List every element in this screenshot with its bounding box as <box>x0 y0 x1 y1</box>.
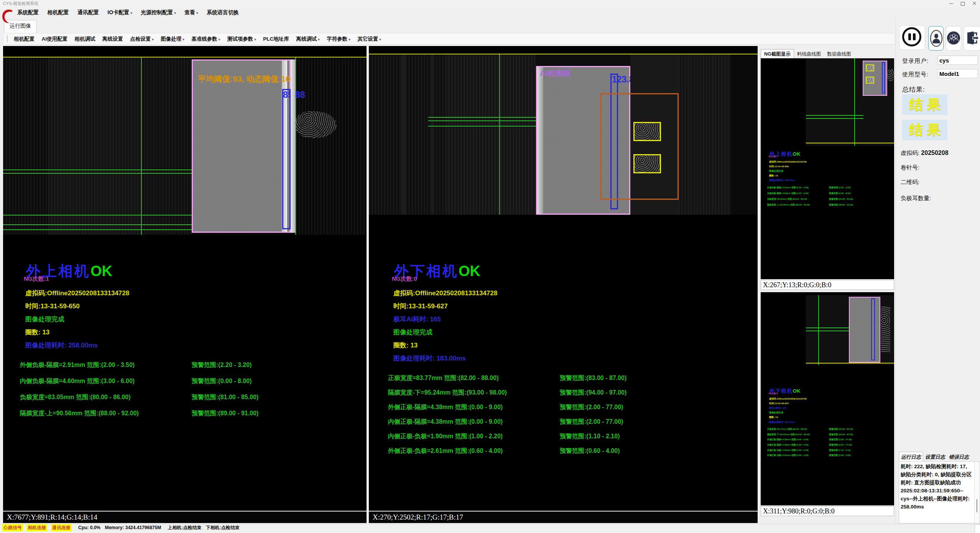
ai-region-box <box>192 59 291 233</box>
coords-readout-upper: X:7677;Y:891;R:14;G:14;B:14 <box>3 512 367 523</box>
memory-usage-text: Memory: 3424.41796875M <box>105 525 161 530</box>
info-line: 图像处理完成 <box>25 315 367 324</box>
minimize-icon <box>949 3 953 4</box>
tab-strip: 运行图像 <box>0 17 980 33</box>
measurement-row: 内侧正极-负极=1.90mm 范围:(1.00 - 2.20)预警范围:(1.1… <box>388 433 739 441</box>
camera-view-upper[interactable]: 平均阈值:93, 动态阈值:100 85.88 外上相机OK NG次数:1 虚拟… <box>3 46 367 511</box>
tool-offline-setting[interactable]: 离线设置 <box>100 35 126 43</box>
tab-ng-screenshot[interactable]: NG截图显示 <box>761 49 794 58</box>
camera-image-upper: 平均阈值:93, 动态阈值:100 85.88 <box>3 57 367 235</box>
virtual-code-field: 虚拟码: 20250208 <box>901 150 949 157</box>
window-title: CYS-视觉检测系统 <box>3 1 38 7</box>
tool-other-settings[interactable]: 其它设置 <box>355 35 384 43</box>
electrode-tab-blob <box>296 111 336 138</box>
chevron-down-icon <box>183 36 184 42</box>
threshold-overlay-text: 平均阈值:93, 动态阈值:100 <box>198 74 294 84</box>
info-line: 图像处理耗时: 183.00ms <box>393 354 739 363</box>
tab-data-curve[interactable]: 数据曲线图 <box>824 49 854 58</box>
menu-item-camera-config[interactable]: 相机配置 <box>44 8 72 17</box>
resize-grip[interactable] <box>975 525 980 533</box>
tab-detect-box <box>633 154 661 173</box>
close-button[interactable] <box>968 0 980 7</box>
measurement-row: 外侧正极-隔膜=4.38mm 范围:(0.00 - 9.00)预警范围:(2.0… <box>388 403 739 411</box>
menu-item-view[interactable]: 查看 <box>181 8 202 17</box>
info-line: 时间:13-31-59-650 <box>25 302 367 311</box>
pause-button[interactable] <box>899 25 925 50</box>
tool-ai-use-config[interactable]: AI使用配置 <box>39 35 70 43</box>
preview-panel-lower[interactable]: 外下相机OK NG次数:0 虚拟码:Offline202502081331347… <box>761 292 894 505</box>
info-line: 时间:13-31-59-627 <box>393 302 739 311</box>
camera-view-lower[interactable]: AI检测框 123.88 外下相机OK NG次数:0 虚拟码:Offline20… <box>369 46 758 511</box>
maximize-button[interactable] <box>957 0 968 7</box>
login-user-value[interactable]: cys <box>937 56 978 65</box>
preview-panel-upper[interactable]: 外上相机OK NG次数:1 虚拟码:Offline202502081331347… <box>761 58 894 279</box>
status-bar: 心跳信号 相机连接 通讯连接 Cpu: 0.0% Memory: 3424.41… <box>0 524 980 533</box>
exit-button[interactable] <box>964 26 980 51</box>
pause-icon <box>902 27 921 46</box>
measurement-row: 外侧正极-负极=2.61mm 范围:(0.60 - 4.00)预警范围:(0.6… <box>388 447 739 455</box>
user-management-button[interactable] <box>946 26 961 51</box>
defect-region-box <box>600 93 679 200</box>
tool-char-params[interactable]: 字符参数 <box>324 35 353 43</box>
info-line: 圈数: 13 <box>25 328 367 337</box>
tab-line-curve[interactable]: 料线曲线图 <box>794 49 824 58</box>
current-user-button[interactable] <box>928 26 944 51</box>
tab-error-log[interactable]: 错误日志 <box>947 452 971 461</box>
camera-report-lower: 外下相机OK NG次数:0 虚拟码:Offline202502081331347… <box>383 264 739 462</box>
measurement-row: 隔膜宽度-下=95.24mm 范围:(93.00 - 98.00)预警范围:(9… <box>388 389 739 397</box>
chevron-down-icon <box>174 9 176 15</box>
minimize-button[interactable] <box>945 0 957 7</box>
measurement-row: 负极宽度=83.05mm 范围:(80.00 - 86.00)预警范围:(81.… <box>20 393 367 401</box>
measurement-row: 隔膜宽度-上=90.56mm 范围:(88.00 - 92.00)预警范围:(8… <box>20 410 367 418</box>
camera-image-lower: AI检测框 123.88 <box>369 54 758 215</box>
tool-camera-debug[interactable]: 相机调试 <box>72 35 98 43</box>
exit-door-icon <box>966 31 979 44</box>
result-box-upper: 结果 <box>902 94 947 115</box>
tool-image-process[interactable]: 图像处理 <box>158 35 187 43</box>
comm-connect-badge: 通讯连接 <box>51 524 72 531</box>
tab-settings-log[interactable]: 设置日志 <box>923 452 947 461</box>
menu-item-io-card-config[interactable]: IO卡配置 <box>104 8 135 17</box>
chevron-down-icon <box>152 36 154 42</box>
tool-test-params[interactable]: 测试项参数 <box>225 35 259 43</box>
menu-item-language-switch[interactable]: 系统语言切换 <box>203 8 242 17</box>
log-content-box[interactable]: 耗时: 222, 缺陷检测耗时: 17, 缺陷分类耗时: 0, 缺陷提取分区耗时… <box>899 461 980 523</box>
overlay-yellow-line <box>369 54 758 54</box>
chevron-down-icon <box>196 9 198 15</box>
log-scrollbar[interactable] <box>974 462 980 523</box>
preview-coords-upper: X:267;Y:13;R:0;G:0;B:0 <box>761 280 894 290</box>
heartbeat-signal-badge: 心跳信号 <box>2 524 23 531</box>
log-text: 耗时: 222, 缺陷检测耗时: 17, 缺陷分类耗时: 0, 缺陷提取分区耗时… <box>901 463 972 511</box>
app-logo <box>1 8 13 24</box>
mini-report-lower: 外下相机OK NG次数:0 虚拟码:Offline202502081331347… <box>765 388 894 459</box>
measurement-row: 内侧负极-隔膜=4.60mm 范围:(3.00 - 6.00)预警范围:(0.0… <box>20 377 367 385</box>
anode-tab-count-field: 负极耳数量: <box>901 195 931 202</box>
menu-item-light-control[interactable]: 光源控制配置 <box>137 8 179 17</box>
menu-item-comm-config[interactable]: 通讯配置 <box>74 8 102 17</box>
app-window: CYS-视觉检测系统 系统配置 相机配置 通讯配置 IO卡配置 光源控制配置 查… <box>0 0 980 533</box>
tool-plc-address[interactable]: PLC地址库 <box>260 35 292 43</box>
info-line: 虚拟码:Offline20250208133134728 <box>25 289 367 298</box>
login-user-label: 登录用户: <box>902 58 929 65</box>
tab-run-log[interactable]: 运行日志 <box>899 452 923 461</box>
total-result-label: 总结果: <box>902 85 925 94</box>
lower-camera-status: 下相机:点检结束 <box>206 525 240 531</box>
tool-baseline-params[interactable]: 基准线参数 <box>189 35 223 43</box>
chevron-down-icon <box>254 36 256 42</box>
preview-coords-lower: X:311;Y:980;R:0;G:0;B:0 <box>761 506 894 516</box>
mini-report-upper: 外上相机OK NG次数:1 虚拟码:Offline202502081331347… <box>765 151 894 209</box>
title-bar: CYS-视觉检测系统 <box>0 0 980 7</box>
model-value[interactable]: Model1 <box>937 69 978 78</box>
toolbar: 相机配置 AI使用配置 相机调试 离线设置 点检设置 图像处理 基准线参数 测试… <box>3 33 895 44</box>
chevron-down-icon <box>219 36 220 42</box>
info-line: 极耳AI耗时: 165 <box>393 315 739 324</box>
menu-bar: 系统配置 相机配置 通讯配置 IO卡配置 光源控制配置 查看 系统语言切换 <box>0 7 980 17</box>
chevron-down-icon <box>318 36 320 42</box>
tool-spot-check[interactable]: 点检设置 <box>127 35 156 43</box>
tool-offline-debug[interactable]: 离线调试 <box>293 35 322 43</box>
chevron-down-icon <box>379 36 381 42</box>
tool-camera-config[interactable]: 相机配置 <box>11 35 37 43</box>
menu-item-system-config[interactable]: 系统配置 <box>14 8 42 17</box>
cpu-usage-text: Cpu: 0.0% <box>78 525 100 530</box>
toolbar-drag-handle-icon[interactable] <box>7 35 8 42</box>
